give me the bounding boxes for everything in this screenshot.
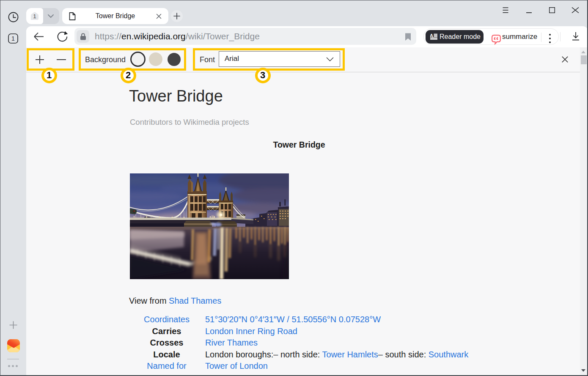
svg-text:1: 1 xyxy=(33,13,36,19)
svg-text:A: A xyxy=(430,33,433,38)
svg-text:1: 1 xyxy=(11,35,15,42)
